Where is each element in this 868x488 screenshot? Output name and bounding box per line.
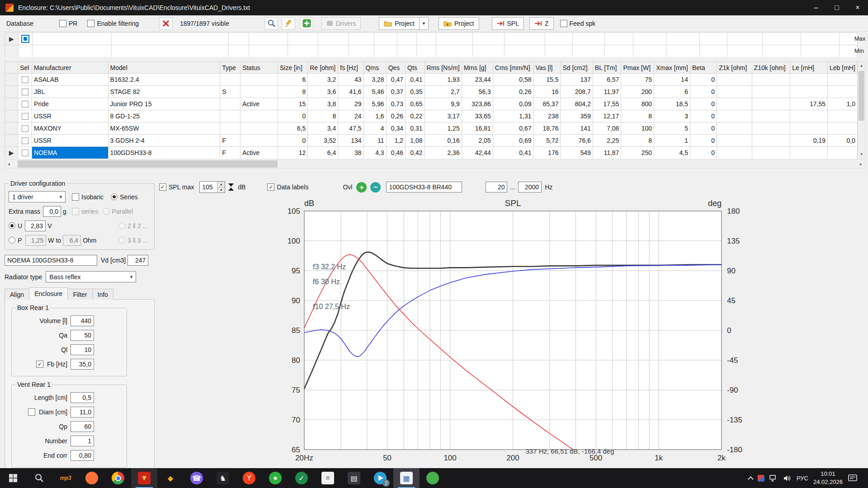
cell[interactable] <box>717 98 752 110</box>
cell[interactable]: 0,26 <box>493 86 533 98</box>
cell[interactable]: 1,6 <box>363 110 386 122</box>
pr-checkbox[interactable]: PR <box>59 20 77 27</box>
filter-cell[interactable] <box>605 33 633 45</box>
filter-cell[interactable] <box>666 33 700 45</box>
cell[interactable]: 18,5 <box>654 98 690 110</box>
ql-input[interactable]: 10 <box>71 344 94 355</box>
cell[interactable]: 14 <box>654 74 690 86</box>
cell[interactable] <box>717 74 752 86</box>
filter-cell[interactable] <box>545 45 572 57</box>
cell[interactable] <box>828 74 858 86</box>
cell[interactable]: 16,81 <box>462 122 493 135</box>
cell[interactable]: 1,93 <box>425 74 462 86</box>
freq-from-input[interactable]: 20 <box>486 182 507 192</box>
voltage-radio[interactable]: U <box>9 222 22 230</box>
cell[interactable]: 323,86 <box>462 98 493 110</box>
cell[interactable] <box>717 147 752 159</box>
filter-cell[interactable] <box>416 45 436 57</box>
cell[interactable]: 3,8 <box>308 98 338 110</box>
printer-app-icon[interactable]: ▤ <box>341 468 367 488</box>
column-header-le-mh[interactable]: Le [mH] <box>790 62 828 74</box>
cell[interactable]: 5,72 <box>533 135 561 147</box>
clear-filter-button[interactable] <box>159 17 173 30</box>
cell[interactable] <box>240 135 278 147</box>
enable-filtering-checkbox[interactable]: Enable filtering <box>87 20 139 27</box>
cell[interactable]: MAXONY <box>32 122 108 135</box>
cell[interactable]: 6,57 <box>593 74 621 86</box>
overlay-add-button[interactable]: + <box>356 182 367 192</box>
cell[interactable]: 8 <box>278 86 307 98</box>
column-header-beta[interactable]: Beta <box>690 62 717 74</box>
parallel-radio[interactable]: Parallel <box>103 208 133 215</box>
cell[interactable]: 0 <box>278 135 307 147</box>
column-header-sel[interactable]: Sel <box>18 62 32 74</box>
filter-cell[interactable] <box>700 33 727 45</box>
cell[interactable] <box>240 122 278 135</box>
hscroll-thumb[interactable] <box>18 160 278 168</box>
fb-hz-input[interactable]: 35,0 <box>71 359 94 370</box>
cell[interactable]: 0,42 <box>406 147 425 159</box>
cell[interactable]: 0 <box>690 74 717 86</box>
filter-cell[interactable] <box>249 33 288 45</box>
filter-cell[interactable] <box>436 45 472 57</box>
filter-cell[interactable] <box>349 33 374 45</box>
cell[interactable]: 6 <box>654 86 690 98</box>
cell[interactable] <box>790 147 828 159</box>
sel-cell[interactable] <box>18 135 32 147</box>
filter-cell[interactable] <box>229 45 249 57</box>
voltage-input[interactable]: 2,83 <box>25 221 46 231</box>
cell[interactable] <box>717 135 752 147</box>
scroll-right-icon[interactable]: ► <box>857 160 865 168</box>
cell[interactable]: 12,17 <box>593 110 621 122</box>
filter-cell[interactable] <box>472 45 504 57</box>
driver-count-select[interactable]: 1 driver▼ <box>9 191 66 202</box>
cell[interactable]: 43 <box>338 74 363 86</box>
sel-cell[interactable] <box>18 98 32 110</box>
cell[interactable]: 6,4 <box>308 147 338 159</box>
cell[interactable]: 4,5 <box>654 147 690 159</box>
filter-cell[interactable] <box>288 33 318 45</box>
open-project-button[interactable]: Project <box>379 17 420 30</box>
tray-app-icon[interactable] <box>758 475 764 482</box>
cell[interactable] <box>752 147 790 159</box>
cell[interactable] <box>752 135 790 147</box>
sel-cell[interactable] <box>18 147 32 159</box>
cell[interactable] <box>717 110 752 122</box>
cell[interactable]: 41,6 <box>338 86 363 98</box>
cell[interactable]: 11 <box>363 135 386 147</box>
end-corr-input[interactable]: 0,80 <box>71 450 94 461</box>
cell[interactable] <box>220 122 241 135</box>
cell[interactable]: USSR <box>32 110 108 122</box>
cell[interactable]: 137 <box>561 74 593 86</box>
column-header-type[interactable]: Type <box>220 62 241 74</box>
tab-filter[interactable]: Filter <box>67 289 92 300</box>
filter-cell[interactable] <box>111 33 229 45</box>
row-header[interactable] <box>5 74 18 86</box>
scroll-left-icon[interactable]: ◄ <box>5 160 13 168</box>
column-header-z1k-ohm[interactable]: Z1k [ohm] <box>717 62 752 74</box>
volume-l-input[interactable]: 440 <box>71 315 94 326</box>
cell[interactable]: 3,2 <box>308 74 338 86</box>
filter-cell[interactable] <box>572 45 605 57</box>
cell[interactable] <box>790 74 828 86</box>
cell[interactable]: 17,55 <box>790 98 828 110</box>
filter-cell[interactable] <box>633 33 666 45</box>
green-leaf-app-icon[interactable] <box>420 468 446 488</box>
cell[interactable] <box>220 110 241 122</box>
export-spl-button[interactable]: SPL <box>492 17 524 30</box>
scroll-up-icon[interactable]: ▲ <box>858 62 865 70</box>
action-center-icon[interactable] <box>848 474 858 482</box>
vd-input[interactable]: 247 <box>127 255 148 266</box>
cell[interactable] <box>828 122 858 135</box>
cell[interactable]: 11,87 <box>593 147 621 159</box>
close-button[interactable]: × <box>847 0 868 15</box>
row-header[interactable] <box>5 110 18 122</box>
column-header-pmax-w[interactable]: Pmax [W] <box>621 62 654 74</box>
filter-cell[interactable] <box>504 45 545 57</box>
cell[interactable]: 238 <box>533 110 561 122</box>
tab-align[interactable]: Align <box>5 289 29 300</box>
firefox-icon[interactable] <box>79 468 105 488</box>
filter-cell[interactable] <box>436 33 472 45</box>
viber-icon[interactable]: ☎ <box>184 468 210 488</box>
filter-cell[interactable] <box>374 45 397 57</box>
